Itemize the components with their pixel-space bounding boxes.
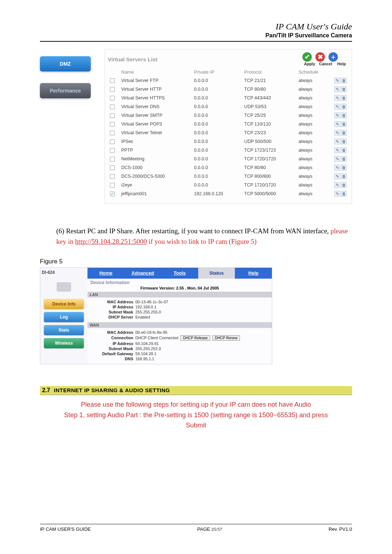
edit-icon[interactable]: ✎ (334, 191, 340, 197)
edit-icon[interactable]: ✎ (334, 86, 340, 92)
table-row: Virtual Server SMTP0.0.0.0TCP 25/25alway… (109, 111, 348, 119)
row-checkbox[interactable] (110, 87, 115, 92)
table-row: PPTP0.0.0.0TCP 1723/1723always✎🗑 (109, 146, 348, 154)
delete-icon[interactable]: 🗑 (341, 78, 347, 83)
row-name: NetMeeting (120, 155, 192, 163)
row-ip: 0.0.0.0 (193, 181, 242, 189)
nav-performance-button[interactable]: Performance (40, 83, 91, 98)
delete-icon[interactable]: 🗑 (341, 121, 347, 127)
row-protocol: TCP 443/443 (243, 94, 297, 102)
edit-icon[interactable]: ✎ (334, 147, 340, 153)
row-schedule: always (297, 190, 332, 198)
edit-icon[interactable]: ✎ (334, 78, 340, 83)
tab-advanced[interactable]: Advanced (124, 268, 162, 279)
sec27-line1: Please use the following steps for setti… (51, 399, 341, 410)
para6-link[interactable]: http://59.104.28.251:5000 (75, 238, 147, 245)
device-info-header: Device Information (87, 279, 272, 286)
row-ip: 0.0.0.0 (193, 111, 242, 119)
row-checkbox[interactable] (110, 131, 115, 135)
delete-icon[interactable]: 🗑 (341, 173, 347, 179)
table-row: IPSec0.0.0.0UDP 500/500always✎🗑 (109, 138, 348, 145)
lan-dhcp-k: DHCP Server (90, 315, 133, 319)
row-protocol: TCP 110/110 (243, 120, 297, 128)
nav-dmz-button[interactable]: DMZ (40, 56, 91, 71)
nav-log[interactable]: Log (44, 312, 84, 322)
delete-icon[interactable]: 🗑 (341, 139, 347, 144)
delete-icon[interactable]: 🗑 (341, 86, 347, 92)
router-model: DI-624 (42, 270, 86, 275)
row-protocol: UDP 500/500 (243, 138, 297, 145)
nav-wireless[interactable]: Wireless (44, 338, 84, 348)
tab-tools[interactable]: Tools (161, 268, 198, 279)
delete-icon[interactable]: 🗑 (341, 191, 347, 197)
tab-help[interactable]: Help (235, 268, 272, 279)
delete-icon[interactable]: 🗑 (341, 156, 347, 162)
lan-ip-v: 192.168.0.1 (135, 305, 156, 309)
row-ip: 0.0.0.0 (193, 94, 242, 102)
row-name: i2eye (120, 181, 192, 189)
row-protocol: TCP 1720/1720 (243, 155, 297, 163)
row-checkbox[interactable] (110, 78, 115, 83)
row-schedule: always (297, 103, 332, 111)
delete-icon[interactable]: 🗑 (341, 165, 347, 171)
row-checkbox[interactable] (110, 113, 115, 118)
table-row: DCS-2000/DCS-53000.0.0.0TCP 800/800alway… (109, 172, 348, 180)
delete-icon[interactable]: 🗑 (341, 147, 347, 153)
delete-icon[interactable]: 🗑 (341, 182, 347, 188)
cancel-icon[interactable]: ✖ (315, 52, 325, 62)
table-row: Virtual Server HTTPS0.0.0.0TCP 443/443al… (109, 94, 348, 102)
row-name: PPTP (120, 146, 192, 154)
row-checkbox[interactable] (110, 165, 115, 170)
col-name: Name (120, 68, 192, 76)
row-ip: 0.0.0.0 (193, 155, 242, 163)
row-checkbox[interactable] (110, 104, 115, 109)
row-checkbox[interactable] (110, 148, 115, 153)
edit-icon[interactable]: ✎ (334, 173, 340, 179)
row-schedule: always (297, 146, 332, 154)
lan-dhcp-v: Enabled (135, 315, 150, 319)
row-protocol: TCP 23/23 (243, 129, 297, 137)
edit-icon[interactable]: ✎ (334, 95, 340, 101)
top-tabs: Home Advanced Tools Status Help (87, 268, 272, 279)
row-ip: 0.0.0.0 (193, 129, 242, 137)
col-schedule: Schedule (297, 68, 332, 76)
edit-icon[interactable]: ✎ (334, 121, 340, 127)
edit-icon[interactable]: ✎ (334, 104, 340, 110)
row-checkbox[interactable] (110, 139, 115, 144)
edit-icon[interactable]: ✎ (334, 130, 340, 136)
apply-icon[interactable]: ✔ (302, 52, 312, 62)
edit-icon[interactable]: ✎ (334, 156, 340, 162)
nav-stats[interactable]: Stats (44, 325, 84, 335)
dhcp-release-button[interactable]: DHCP Release (180, 335, 210, 341)
tab-home[interactable]: Home (87, 268, 124, 279)
table-row: DCS-10000.0.0.0TCP 80/80always✎🗑 (109, 164, 348, 172)
lan-section-header: LAN (87, 292, 272, 297)
edit-icon[interactable]: ✎ (334, 182, 340, 188)
row-protocol: TCP 80/80 (243, 164, 297, 172)
edit-icon[interactable]: ✎ (334, 165, 340, 171)
delete-icon[interactable]: 🗑 (341, 104, 347, 110)
row-checkbox[interactable] (110, 174, 115, 179)
edit-icon[interactable]: ✎ (334, 139, 340, 144)
row-checkbox[interactable] (110, 183, 115, 188)
edit-icon[interactable]: ✎ (334, 112, 340, 118)
sec27-line3: Submit (51, 420, 341, 431)
guide-title: IP CAM User's Guide (40, 22, 352, 32)
delete-icon[interactable]: 🗑 (341, 95, 347, 101)
dhcp-renew-button[interactable]: DHCP Renew (212, 335, 240, 341)
table-row: Virtual Server POP30.0.0.0TCP 110/110alw… (109, 120, 348, 128)
row-protocol: TCP 1723/1723 (243, 146, 297, 154)
help-icon[interactable]: ＋ (328, 52, 338, 62)
row-checkbox[interactable] (110, 96, 115, 100)
screenshot-virtual-servers: DMZ Performance Virtual Servers List ✔ ✖… (40, 49, 352, 204)
firmware-version: Firmware Version: 2.55 , Mon, 04 Jul 200… (87, 286, 272, 292)
row-schedule: always (297, 111, 332, 119)
delete-icon[interactable]: 🗑 (341, 112, 347, 118)
tab-status[interactable]: Status (198, 268, 235, 279)
delete-icon[interactable]: 🗑 (341, 130, 347, 136)
row-checkbox[interactable] (110, 122, 115, 127)
row-checkbox[interactable] (110, 157, 115, 161)
nav-device-info[interactable]: Device Info (44, 299, 84, 309)
row-checkbox[interactable]: ✔ (110, 192, 115, 196)
lan-mac-k: MAC Address (90, 300, 133, 304)
